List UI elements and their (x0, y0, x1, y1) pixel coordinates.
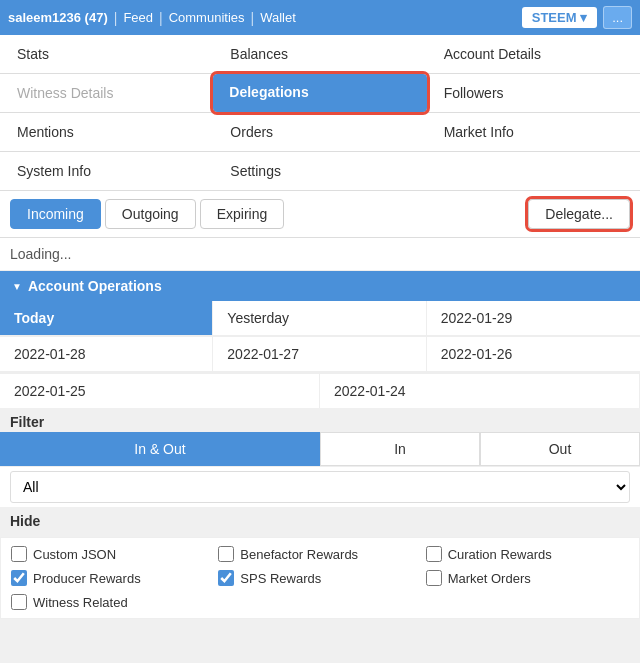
date-today[interactable]: Today (0, 301, 213, 336)
tab-incoming[interactable]: Incoming (10, 199, 101, 229)
date-2022-01-25[interactable]: 2022-01-25 (0, 373, 320, 408)
checkbox-market-orders[interactable]: Market Orders (426, 570, 629, 586)
menu-market-info[interactable]: Market Info (427, 113, 640, 151)
nav-username[interactable]: saleem1236 (47) (8, 10, 108, 25)
date-2022-01-27[interactable]: 2022-01-27 (213, 337, 426, 372)
menu-row-4: System Info Settings (0, 152, 640, 191)
checkbox-benefactor-rewards[interactable]: Benefactor Rewards (218, 546, 421, 562)
date-row-3: 2022-01-25 2022-01-24 (0, 372, 640, 408)
steem-button[interactable]: STEEM ▾ (522, 7, 597, 28)
loading-message: Loading... (0, 238, 640, 271)
filter-dropdown[interactable]: All (10, 471, 630, 503)
checkbox-curation-rewards-label: Curation Rewards (448, 547, 552, 562)
nav-sep2: | (159, 10, 163, 26)
nav-feed[interactable]: Feed (123, 10, 153, 25)
checkbox-custom-json-label: Custom JSON (33, 547, 116, 562)
menu-row-1: Stats Balances Account Details (0, 35, 640, 74)
menu-mentions[interactable]: Mentions (0, 113, 213, 151)
date-2022-01-26[interactable]: 2022-01-26 (427, 337, 640, 372)
date-2022-01-24[interactable]: 2022-01-24 (320, 373, 640, 408)
more-button[interactable]: ... (603, 6, 632, 29)
checkbox-producer-rewards-label: Producer Rewards (33, 571, 141, 586)
nav-communities[interactable]: Communities (169, 10, 245, 25)
checkbox-sps-rewards-label: SPS Rewards (240, 571, 321, 586)
checkbox-benefactor-rewards-label: Benefactor Rewards (240, 547, 358, 562)
menu-settings[interactable]: Settings (213, 152, 426, 190)
account-ops-header[interactable]: ▼ Account Operations (0, 271, 640, 301)
checkbox-benefactor-rewards-input[interactable] (218, 546, 234, 562)
menu-row-2: Witness Details Delegations Followers (0, 74, 640, 113)
menu-stats[interactable]: Stats (0, 35, 213, 73)
filter-dropdown-row: All (0, 466, 640, 507)
checkbox-custom-json-input[interactable] (11, 546, 27, 562)
top-nav: saleem1236 (47) | Feed | Communities | W… (0, 0, 640, 35)
menu-orders[interactable]: Orders (213, 113, 426, 151)
tabs-row: Incoming Outgoing Expiring Delegate... (0, 191, 640, 238)
date-2022-01-28[interactable]: 2022-01-28 (0, 337, 213, 372)
checkbox-sps-rewards[interactable]: SPS Rewards (218, 570, 421, 586)
checkbox-market-orders-label: Market Orders (448, 571, 531, 586)
menu-empty (427, 152, 640, 190)
triangle-icon: ▼ (12, 281, 22, 292)
filter-out[interactable]: Out (480, 432, 640, 466)
menu-delegations[interactable]: Delegations (213, 74, 426, 112)
date-row-2: 2022-01-28 2022-01-27 2022-01-26 (0, 337, 640, 372)
checkbox-witness-related-label: Witness Related (33, 595, 128, 610)
date-yesterday[interactable]: Yesterday (213, 301, 426, 336)
nav-left: saleem1236 (47) | Feed | Communities | W… (8, 10, 516, 26)
checkbox-market-orders-input[interactable] (426, 570, 442, 586)
menu-witness-details[interactable]: Witness Details (0, 74, 213, 112)
date-2022-01-29[interactable]: 2022-01-29 (427, 301, 640, 336)
checkbox-curation-rewards[interactable]: Curation Rewards (426, 546, 629, 562)
filter-label: Filter (0, 408, 640, 432)
filter-tabs: In & Out In Out (0, 432, 640, 466)
checkbox-producer-rewards[interactable]: Producer Rewards (11, 570, 214, 586)
checkbox-witness-related-input[interactable] (11, 594, 27, 610)
menu-system-info[interactable]: System Info (0, 152, 213, 190)
tab-expiring[interactable]: Expiring (200, 199, 285, 229)
checkbox-witness-related[interactable]: Witness Related (11, 594, 214, 610)
tab-outgoing[interactable]: Outgoing (105, 199, 196, 229)
hide-section: Hide (0, 507, 640, 537)
menu-followers[interactable]: Followers (427, 74, 640, 112)
checkbox-producer-rewards-input[interactable] (11, 570, 27, 586)
checkbox-custom-json[interactable]: Custom JSON (11, 546, 214, 562)
menu-row-3: Mentions Orders Market Info (0, 113, 640, 152)
menu-balances[interactable]: Balances (213, 35, 426, 73)
checkbox-curation-rewards-input[interactable] (426, 546, 442, 562)
date-row-1: Today Yesterday 2022-01-29 (0, 301, 640, 337)
nav-sep1: | (114, 10, 118, 26)
checkboxes-grid: Custom JSON Benefactor Rewards Curation … (0, 537, 640, 619)
account-ops-title: Account Operations (28, 278, 162, 294)
filter-in-and-out[interactable]: In & Out (0, 432, 320, 466)
filter-in[interactable]: In (320, 432, 480, 466)
menu-account-details[interactable]: Account Details (427, 35, 640, 73)
nav-sep3: | (251, 10, 255, 26)
checkbox-sps-rewards-input[interactable] (218, 570, 234, 586)
delegate-button[interactable]: Delegate... (528, 199, 630, 229)
nav-wallet[interactable]: Wallet (260, 10, 296, 25)
hide-label: Hide (10, 513, 630, 529)
